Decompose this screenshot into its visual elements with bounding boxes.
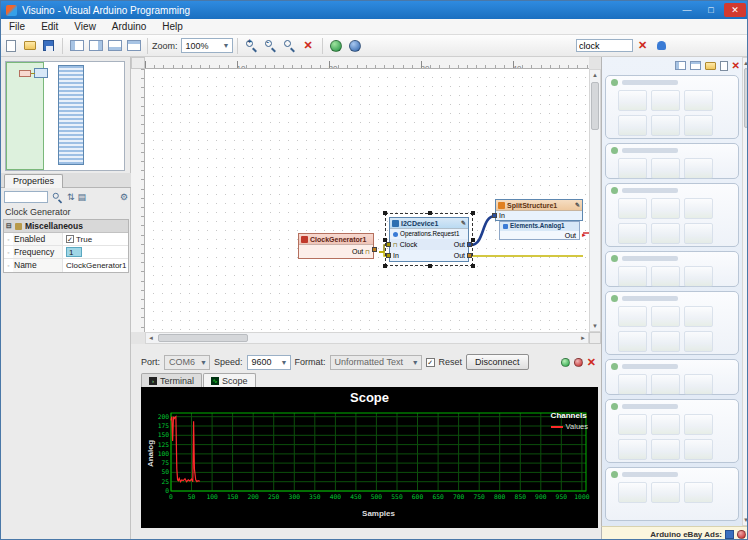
out2-pin[interactable] xyxy=(467,253,472,258)
menu-item[interactable]: Help xyxy=(154,20,191,33)
toolbox-view-icon[interactable] xyxy=(675,61,686,70)
toolbox-category-panel[interactable] xyxy=(605,143,739,179)
sort-alpha-icon[interactable]: ⇅ xyxy=(67,192,75,202)
reset-checkbox[interactable]: ✓ xyxy=(426,358,435,367)
close-panel-icon[interactable]: ✕ xyxy=(587,356,596,369)
frequency-value-field[interactable]: 1 xyxy=(66,247,82,257)
toolbox-details-icon[interactable] xyxy=(720,61,728,71)
save-button[interactable] xyxy=(40,37,57,54)
component-thumbnail[interactable] xyxy=(618,198,647,219)
viewport-indicator[interactable] xyxy=(6,62,44,170)
categorized-view-icon[interactable]: ▤ xyxy=(78,192,87,202)
scroll-up-icon[interactable]: ▲ xyxy=(742,58,748,68)
layout-toggle-bottom-button[interactable] xyxy=(106,37,123,54)
component-thumbnail[interactable] xyxy=(651,158,680,179)
out-pin[interactable] xyxy=(372,247,377,252)
ads-icon[interactable] xyxy=(725,530,734,539)
design-overview-map[interactable] xyxy=(5,61,125,171)
selection-handle[interactable] xyxy=(428,211,432,215)
component-thumbnail[interactable] xyxy=(684,223,713,244)
component-thumbnail[interactable] xyxy=(651,414,680,435)
property-category-row[interactable]: ⊟ Miscellaneous xyxy=(4,220,128,233)
hscroll-thumb[interactable] xyxy=(158,334,248,342)
out1-pin[interactable] xyxy=(467,242,472,247)
clock-in-pin[interactable] xyxy=(386,242,391,247)
component-thumbnail[interactable] xyxy=(651,266,680,287)
component-thumbnail[interactable] xyxy=(651,115,680,136)
toolbox-list-view-icon[interactable] xyxy=(690,61,701,70)
component-thumbnail[interactable] xyxy=(684,266,713,287)
layout-toggle-left-button[interactable] xyxy=(68,37,85,54)
upload-button[interactable] xyxy=(347,37,364,54)
component-i2cdevice1[interactable]: I2CDevice1 ✎ Operations.Request1 ⊓ Clock… xyxy=(389,217,469,262)
scroll-up-icon[interactable]: ▲ xyxy=(590,70,600,80)
category-header[interactable] xyxy=(606,252,738,265)
delete-button[interactable]: ✕ xyxy=(300,37,317,54)
tab-terminal[interactable]: › Terminal xyxy=(141,373,202,387)
category-header[interactable] xyxy=(606,400,738,413)
component-thumbnail[interactable] xyxy=(684,414,713,435)
category-header[interactable] xyxy=(606,184,738,197)
menu-item[interactable]: Edit xyxy=(33,20,66,33)
component-thumbnail[interactable] xyxy=(684,115,713,136)
user-filter-button[interactable] xyxy=(653,37,670,54)
property-value[interactable]: ✓ True xyxy=(63,233,128,245)
selection-handle[interactable] xyxy=(471,211,475,215)
disconnect-button[interactable]: Disconnect xyxy=(466,354,529,370)
category-header[interactable] xyxy=(606,76,738,89)
category-header[interactable] xyxy=(606,468,738,481)
category-header[interactable] xyxy=(606,144,738,157)
component-thumbnail[interactable] xyxy=(618,115,647,136)
component-thumbnail[interactable] xyxy=(684,306,713,327)
out-arrow-icon[interactable]: ► xyxy=(581,232,587,238)
selection-handle[interactable] xyxy=(383,264,387,268)
toolbox-category-panel[interactable] xyxy=(605,359,739,395)
in-pin[interactable] xyxy=(386,253,391,258)
scroll-down-icon[interactable]: ▼ xyxy=(590,321,600,331)
menu-item[interactable]: File xyxy=(1,20,33,33)
port-select[interactable]: COM6▼ xyxy=(164,355,210,370)
menu-item[interactable]: Arduino xyxy=(104,20,154,33)
toolbox-scroll-thumb[interactable] xyxy=(744,68,748,128)
record-led-icon[interactable] xyxy=(574,358,583,367)
open-button[interactable] xyxy=(21,37,38,54)
toolbox-category-panel[interactable] xyxy=(605,399,739,463)
properties-search-input[interactable] xyxy=(4,191,48,203)
component-thumbnail[interactable] xyxy=(684,439,713,460)
inner-element-analog1[interactable]: Elements.Analog1 Out ► xyxy=(499,221,580,240)
component-thumbnail[interactable] xyxy=(618,414,647,435)
settings-gear-icon[interactable]: ⚙ xyxy=(120,192,128,202)
layout-toggle-full-button[interactable] xyxy=(125,37,142,54)
component-thumbnail[interactable] xyxy=(651,482,680,503)
ads-close-icon[interactable] xyxy=(737,530,746,539)
enabled-checkbox[interactable]: ✓ xyxy=(66,235,74,243)
maximize-button[interactable]: □ xyxy=(700,3,722,17)
component-thumbnail[interactable] xyxy=(651,331,680,352)
selection-handle[interactable] xyxy=(428,264,432,268)
component-thumbnail[interactable] xyxy=(651,223,680,244)
minimize-button[interactable]: — xyxy=(676,3,698,17)
component-thumbnail[interactable] xyxy=(618,482,647,503)
layout-toggle-right-button[interactable] xyxy=(87,37,104,54)
toolbox-category-panel[interactable] xyxy=(605,467,739,521)
component-clockgenerator1[interactable]: ClockGenerator1 Out ⊓ xyxy=(298,233,374,259)
compile-button[interactable] xyxy=(328,37,345,54)
component-thumbnail[interactable] xyxy=(618,158,647,179)
tab-scope[interactable]: ∿ Scope xyxy=(203,373,256,387)
menu-item[interactable]: View xyxy=(66,20,104,33)
category-header[interactable] xyxy=(606,292,738,305)
clear-search-button[interactable]: ✕ xyxy=(634,37,651,54)
toolbox-scrollbar[interactable]: ▲ ▼ xyxy=(742,57,748,526)
edit-pencil-icon[interactable]: ✎ xyxy=(461,220,466,226)
component-thumbnail[interactable] xyxy=(651,198,680,219)
design-canvas[interactable]: ClockGenerator1 Out ⊓ xyxy=(145,69,589,332)
component-thumbnail[interactable] xyxy=(651,374,680,395)
edit-pencil-icon[interactable]: ✎ xyxy=(575,202,580,208)
tab-properties[interactable]: Properties xyxy=(4,174,63,188)
scroll-right-icon[interactable]: ► xyxy=(578,333,588,343)
canvas-hscrollbar[interactable]: ◄ ► xyxy=(145,332,589,344)
collapse-icon[interactable]: ⊟ xyxy=(6,222,12,230)
toolbox-category-panel[interactable] xyxy=(605,291,739,355)
scroll-left-icon[interactable]: ◄ xyxy=(146,333,156,343)
component-thumbnail[interactable] xyxy=(684,331,713,352)
